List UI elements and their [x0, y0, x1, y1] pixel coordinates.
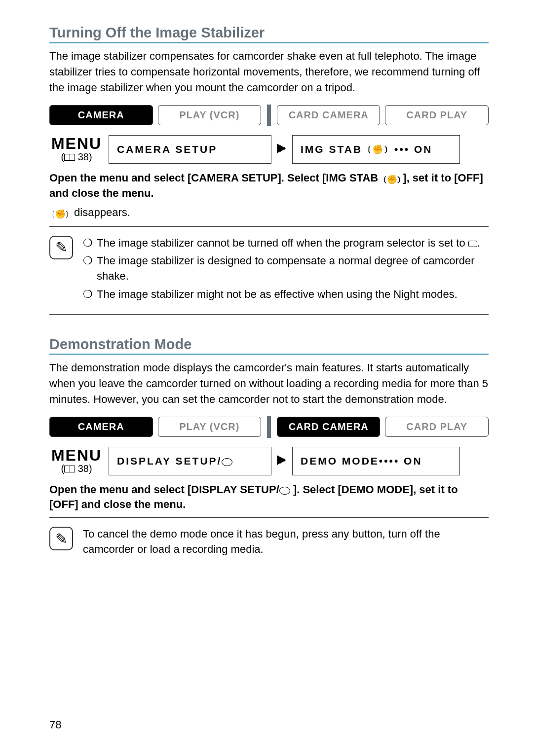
- arrow-right-icon: ⯈: [276, 455, 287, 468]
- menu-box-display-setup: DISPLAY SETUP/: [109, 447, 271, 475]
- mode-camera: CAMERA: [49, 417, 153, 437]
- note-text: The image stabilizer might not be as eff…: [97, 287, 457, 302]
- mode-play-vcr: PLAY (VCR): [158, 417, 262, 437]
- note-list-s2: To cancel the demo mode once it has begu…: [83, 527, 489, 560]
- note-item: To cancel the demo mode once it has begu…: [83, 527, 489, 557]
- display-setup-icon: [279, 487, 290, 495]
- stabilizer-icon: ⟮✊⟯: [382, 174, 402, 186]
- menu-box-img-stab: IMG STAB ⟮✊⟯ ••• ON: [292, 135, 460, 164]
- menu-box-item-val: ••• ON: [394, 144, 432, 155]
- note-text: To cancel the demo mode once it has begu…: [83, 527, 489, 557]
- mode-camera: CAMERA: [49, 105, 153, 125]
- menu-ref: ( 38): [49, 151, 104, 163]
- menu-box-item-label: DISPLAY SETUP/: [117, 455, 222, 467]
- menu-row-s1: MENU ( 38) CAMERA SETUP ⯈ IMG STAB ⟮✊⟯ •…: [49, 135, 489, 164]
- menu-word: MENU: [49, 447, 104, 463]
- mode-divider: [267, 105, 271, 126]
- instruction-s1-part-a: Open the menu and select [CAMERA SETUP].…: [49, 172, 381, 184]
- note-text: The image stabilizer is designed to comp…: [97, 253, 489, 284]
- page-number: 78: [49, 719, 61, 731]
- note-list-s1: ❍ The image stabilizer cannot be turned …: [83, 236, 489, 305]
- note-text: The image stabilizer cannot be turned of…: [97, 237, 468, 249]
- mode-card-play: CARD PLAY: [385, 105, 489, 125]
- notes-block-s1: ✎ ❍ The image stabilizer cannot be turne…: [49, 226, 489, 315]
- menu-ref-num: 38: [78, 151, 89, 162]
- mode-card-play: CARD PLAY: [385, 417, 489, 437]
- menu-ref: ( 38): [49, 463, 104, 474]
- stabilizer-icon: ⟮✊⟯: [366, 144, 390, 155]
- menu-box-camera-setup: CAMERA SETUP: [109, 135, 271, 164]
- mode-row-s2: CAMERA PLAY (VCR) CARD CAMERA CARD PLAY: [49, 416, 489, 438]
- bullet-icon: ❍: [83, 287, 93, 302]
- menu-ref-num: 38: [78, 463, 89, 474]
- notes-icon: ✎: [49, 236, 73, 259]
- note-text: .: [477, 237, 480, 249]
- body-demonstration-mode: The demonstration mode displays the camc…: [49, 360, 489, 407]
- status-disappears: ⟮✊⟯ disappears.: [49, 206, 489, 219]
- arrow-right-icon: ⯈: [276, 143, 287, 156]
- notes-block-s2: ✎ To cancel the demo mode once it has be…: [49, 517, 489, 569]
- auto-mode-icon: [468, 241, 477, 247]
- display-setup-icon: [222, 458, 232, 466]
- menu-box-demo-mode: DEMO MODE•••• ON: [292, 447, 460, 475]
- notes-icon: ✎: [49, 527, 73, 550]
- mode-card-camera: CARD CAMERA: [277, 417, 381, 437]
- menu-label: MENU ( 38): [49, 447, 104, 474]
- mode-divider: [267, 416, 271, 438]
- stabilizer-icon: ⟮✊⟯: [50, 209, 70, 219]
- mode-card-camera: CARD CAMERA: [277, 105, 381, 125]
- menu-label: MENU ( 38): [49, 136, 104, 163]
- menu-row-s2: MENU ( 38) DISPLAY SETUP/ ⯈ DEMO MODE•••…: [49, 447, 489, 475]
- instruction-s1: Open the menu and select [CAMERA SETUP].…: [49, 171, 489, 201]
- bullet-icon: ❍: [83, 236, 93, 251]
- menu-word: MENU: [49, 136, 104, 151]
- heading-image-stabilizer: Turning Off the Image Stabilizer: [49, 25, 489, 43]
- note-item: ❍ The image stabilizer is designed to co…: [83, 253, 489, 284]
- note-item: ❍ The image stabilizer cannot be turned …: [83, 236, 489, 251]
- body-image-stabilizer: The image stabilizer compensates for cam…: [49, 48, 489, 96]
- menu-box-item-label: IMG STAB: [301, 144, 362, 155]
- book-icon: [64, 466, 75, 472]
- instruction-s2: Open the menu and select [DISPLAY SETUP/…: [49, 482, 489, 513]
- bullet-icon: ❍: [83, 253, 93, 284]
- instruction-s2-part-a: Open the menu and select [DISPLAY SETUP/: [49, 483, 279, 496]
- book-icon: [64, 154, 75, 161]
- mode-play-vcr: PLAY (VCR): [158, 105, 262, 125]
- mode-row-s1: CAMERA PLAY (VCR) CARD CAMERA CARD PLAY: [49, 105, 489, 126]
- status-text: disappears.: [71, 206, 130, 218]
- heading-demonstration-mode: Demonstration Mode: [49, 336, 489, 355]
- note-item: ❍ The image stabilizer might not be as e…: [83, 287, 489, 302]
